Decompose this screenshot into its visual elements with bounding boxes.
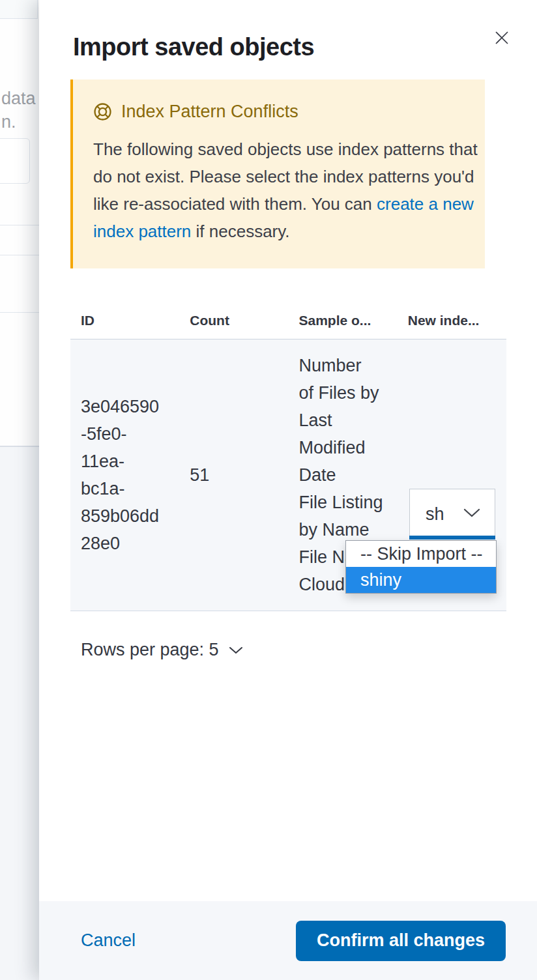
- cell-count: 51: [179, 461, 288, 489]
- column-header-count: Count: [179, 313, 288, 328]
- chevron-down-icon: [462, 506, 482, 519]
- rows-per-page-button[interactable]: Rows per page: 5: [81, 640, 244, 660]
- callout-text: if necessary.: [191, 222, 289, 241]
- column-header-new-index: New inde...: [398, 313, 506, 328]
- cell-id: 3e046590 -5fe0- 11ea- bc1a- 859b06dd 28e…: [70, 393, 179, 557]
- rows-per-page-label: Rows per page: 5: [81, 640, 219, 660]
- callout-body: The following saved objects use index pa…: [93, 136, 478, 245]
- sample-object-title: Number of Files by Last Modified Date: [299, 352, 391, 489]
- sample-object-title: File Listing by Name: [299, 489, 391, 543]
- flyout-title: Import saved objects: [70, 31, 506, 63]
- screen: data n. Import saved objects: [0, 0, 537, 980]
- dropdown-option-shiny[interactable]: shiny: [346, 567, 496, 593]
- background-page: data n.: [0, 0, 39, 980]
- cancel-button[interactable]: Cancel: [70, 924, 146, 957]
- flyout-body: Import saved objects Index Pattern Confl…: [39, 0, 537, 901]
- import-saved-objects-flyout: Import saved objects Index Pattern Confl…: [39, 0, 537, 980]
- callout-header: Index Pattern Conflicts: [93, 102, 478, 121]
- flyout-footer: Cancel Confirm all changes: [39, 901, 537, 980]
- column-header-id: ID: [70, 313, 179, 328]
- confirm-all-changes-button[interactable]: Confirm all changes: [296, 921, 506, 961]
- dropdown-option-skip-import[interactable]: -- Skip Import --: [346, 541, 496, 567]
- select-dropdown-list: -- Skip Import -- shiny: [345, 540, 497, 594]
- column-header-sample: Sample o...: [289, 313, 398, 328]
- index-pattern-conflicts-callout: Index Pattern Conflicts The following sa…: [70, 79, 485, 268]
- new-index-pattern-select[interactable]: sh: [409, 489, 495, 540]
- backdrop-overlay: [0, 0, 39, 980]
- table-header-row: ID Count Sample o... New inde...: [70, 300, 506, 339]
- chevron-down-icon: [228, 645, 244, 656]
- life-ring-icon: [93, 102, 112, 121]
- select-value: sh: [410, 504, 444, 525]
- callout-title: Index Pattern Conflicts: [121, 102, 298, 121]
